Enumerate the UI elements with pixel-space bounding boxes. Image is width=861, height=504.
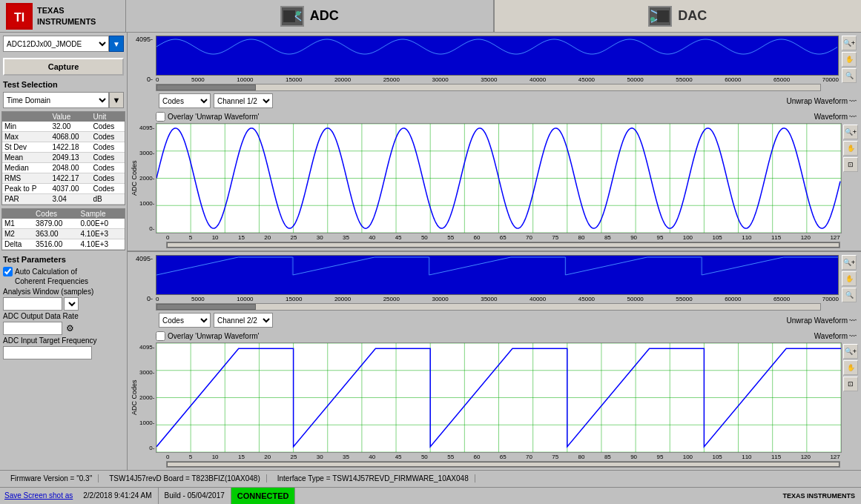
firmware-status: Firmware Version = "0.3"	[4, 474, 99, 483]
chart1-zoom-icon[interactable]: 🔍+	[842, 36, 857, 50]
marker-row: M2363.004.10E+3	[2, 229, 125, 239]
svg-point-6	[296, 11, 300, 16]
adc-label: ADC	[310, 8, 339, 24]
left-panel: ADC12DJx00_JMODE ▼ Capture Test Selectio…	[0, 33, 128, 470]
test-mode-arrow[interactable]: ▼	[109, 92, 124, 108]
adc-input-freq-input[interactable]: 197.970000000M	[3, 346, 92, 359]
device-select-row: ADC12DJx00_JMODE ▼	[3, 36, 124, 52]
marker-row: Delta3516.004.10E+3	[2, 239, 125, 250]
chart2-waveform-area: ADC Codes 4095- 3000- 2000- 1000- 0- 🔍+ …	[129, 342, 860, 453]
tab-dac[interactable]: DAC	[495, 0, 862, 32]
adc-output-rate-input[interactable]: 2.5G	[3, 322, 62, 335]
status-ti-logo: TEXAS INSTRUMENTS	[782, 492, 855, 500]
status-row2: Save Screen shot as 2/2/2018 9:41:24 AM …	[0, 488, 861, 504]
stats-row: Mean2049.13Codes	[2, 153, 125, 163]
stats-row: St Dev1422.18Codes	[2, 142, 125, 153]
adc-input-freq-label: ADC Input Target Frequency	[3, 336, 124, 345]
chart2-zoom-icon[interactable]: 🔍+	[842, 255, 857, 270]
save-link[interactable]: Save Screen shot as	[0, 491, 77, 500]
chart2-bot-val: 0-	[132, 295, 153, 302]
chart2-controls: Codes Channel 2/2 Unwrap Waveform 〰	[129, 311, 860, 329]
chart1-overlay-checkbox[interactable]	[156, 112, 165, 122]
chart1-codes-select[interactable]: Codes	[159, 93, 211, 108]
gear-icon[interactable]: ⚙	[64, 322, 76, 334]
device-arrow[interactable]: ▼	[109, 36, 124, 52]
chart1-channel-select[interactable]: Channel 1/2	[214, 93, 273, 108]
interface-status: Interface Type = TSW14J57REVD_FIRMWARE_1…	[271, 474, 475, 483]
stats-row: Min32.00Codes	[2, 122, 125, 132]
test-select-row: Time Domain ▼	[3, 92, 124, 108]
chart2-y-axis-label: ADC Codes	[129, 342, 139, 453]
ti-logo-icon: TI	[6, 3, 33, 30]
analysis-window-label: Analysis Window (samples)	[3, 288, 124, 296]
stats-row: RMS1422.17Codes	[2, 173, 125, 184]
dac-label: DAC	[678, 8, 707, 24]
adc-output-rate-label: ADC Output Data Rate	[3, 312, 124, 320]
top-bar: TI TEXAS INSTRUMENTS ADC	[0, 0, 861, 33]
chart2-waveform-label: Waveform 〰	[814, 332, 857, 340]
chart1-pan-icon[interactable]: ✋	[842, 52, 857, 67]
chart1-top-val: 4095-	[132, 36, 153, 43]
status-bar: Firmware Version = "0.3" TSW14J57revD Bo…	[0, 470, 861, 504]
adc-icon	[280, 6, 304, 27]
chart-block-1: 4095- 0- 0 5000 10000 15000 20000	[128, 33, 861, 252]
connected-badge: CONNECTED	[231, 488, 296, 504]
chart1-zoom-in-icon[interactable]: 🔍+	[843, 125, 858, 139]
dac-icon	[648, 6, 672, 27]
chart2-top-val: 4095-	[132, 255, 153, 262]
chart2-channel-select[interactable]: Channel 2/2	[214, 313, 273, 328]
chart1-controls: Codes Channel 1/2 Unwrap Waveform 〰	[129, 92, 860, 110]
ti-logo-text: TEXAS INSTRUMENTS	[37, 5, 96, 27]
analysis-window-input[interactable]: 65536	[3, 297, 62, 311]
test-mode-dropdown[interactable]: Time Domain	[3, 92, 109, 108]
adc-output-rate-row: 2.5G ⚙	[3, 322, 124, 335]
marker-table: Codes Sample M13879.000.00E+0M2363.004.1…	[1, 208, 125, 251]
chart1-zoom-out-icon[interactable]: 🔍	[842, 68, 857, 83]
chart2-overlay-checkbox[interactable]	[156, 331, 165, 341]
chart2-right-icons: 🔍+ ✋ ⊡	[842, 342, 860, 453]
chart2-codes-select[interactable]: Codes	[159, 313, 211, 328]
date-status: 2/2/2018 9:41:24 AM	[77, 488, 158, 504]
svg-point-11	[650, 17, 655, 21]
chart2-zoom-in-icon[interactable]: 🔍+	[843, 344, 858, 359]
test-params-title: Test Parameters	[3, 253, 124, 265]
auto-calc-checkbox[interactable]	[3, 267, 13, 276]
test-params: Test Parameters Auto Calculation of Cohe…	[0, 252, 127, 362]
svg-rect-3	[283, 10, 295, 22]
chart1-hand-icon[interactable]: ✋	[843, 141, 858, 156]
analysis-window-select[interactable]: ▼	[64, 297, 79, 311]
stats-table: Value Unit Min32.00CodesMax4068.00CodesS…	[1, 111, 125, 205]
stats-row: Median2048.00Codes	[2, 163, 125, 173]
chart1-y-axis-label: ADC Codes	[129, 123, 139, 233]
capture-button[interactable]: Capture	[3, 58, 124, 76]
ti-logo: TI TEXAS INSTRUMENTS	[0, 0, 126, 32]
analysis-window-row: 65536 ▼	[3, 297, 124, 311]
chart1-right-icons: 🔍+ ✋ ⊡	[842, 123, 860, 233]
auto-calc-checkbox-row: Auto Calculation of Coherent Frequencies	[3, 267, 124, 286]
test-selection-label: Test Selection	[0, 79, 127, 90]
chart1-waveform-label: Waveform 〰	[814, 113, 857, 121]
tab-adc[interactable]: ADC	[126, 0, 495, 32]
chart2-reset-icon[interactable]: ⊡	[843, 377, 858, 391]
svg-text:TI: TI	[14, 11, 24, 24]
chart2-unwrap-label: Unwrap Waveform 〰	[787, 316, 857, 325]
chart2-hand-icon[interactable]: ✋	[843, 360, 858, 375]
charts-area: 4095- 0- 0 5000 10000 15000 20000	[128, 33, 861, 470]
board-status: TSW14J57revD Board = T823BFIZ(10AX048)	[103, 474, 267, 483]
device-dropdown[interactable]: ADC12DJx00_JMODE	[3, 36, 109, 52]
adc-input-freq-row: 197.970000000M	[3, 346, 124, 359]
stats-row: Peak to P4037.00Codes	[2, 184, 125, 194]
chart1-unwrap-label: Unwrap Waveform 〰	[787, 97, 857, 105]
chart1-reset-icon[interactable]: ⊡	[843, 157, 858, 172]
marker-row: M13879.000.00E+0	[2, 219, 125, 229]
build-status: Build - 05/04/2017	[159, 488, 231, 504]
chart2-overlay-row: Overlay 'Unwrap Waveform' Waveform 〰	[129, 329, 860, 342]
svg-rect-8	[657, 10, 669, 22]
chart2-pan-icon[interactable]: ✋	[842, 271, 857, 286]
chart1-waveform-area: ADC Codes 4095- 3000- 2000- 1000- 0-	[129, 123, 860, 233]
chart2-zoom-out-icon[interactable]: 🔍	[842, 288, 857, 302]
stats-row: PAR3.04dB	[2, 194, 125, 205]
chart1-bot-val: 0-	[132, 76, 153, 83]
status-row1: Firmware Version = "0.3" TSW14J57revD Bo…	[0, 471, 861, 488]
stats-row: Max4068.00Codes	[2, 132, 125, 142]
